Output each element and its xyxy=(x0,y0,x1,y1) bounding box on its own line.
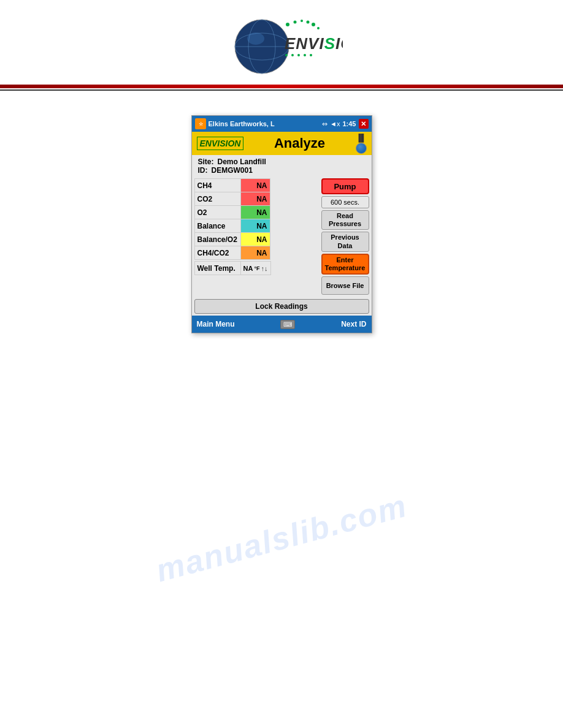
well-temp-unit: °F xyxy=(254,265,259,271)
reading-label: CH4/CO2 xyxy=(194,246,240,260)
svg-point-5 xyxy=(286,23,289,26)
table-row: CH4/CO2NA xyxy=(194,246,270,260)
site-value: Demo Landfill xyxy=(218,157,266,166)
site-info: Site: Demo Landfill ID: DEMGW001 xyxy=(192,155,372,177)
right-buttons: Pump 600 secs. Read Pressures Previous D… xyxy=(321,178,369,295)
reading-value: NA xyxy=(240,206,270,219)
table-row: CH4NA xyxy=(194,179,270,192)
app-logo: ENVISION xyxy=(197,137,244,150)
app-header-icons: ▐▌ xyxy=(356,134,367,154)
id-value: DEMGW001 xyxy=(212,166,253,175)
well-temp-na: NA xyxy=(243,265,253,272)
table-row: Balance/O2NA xyxy=(194,233,270,246)
svg-point-4 xyxy=(247,32,264,45)
reading-value: NA xyxy=(240,246,270,260)
svg-text:ENVISION: ENVISION xyxy=(285,34,343,53)
next-id-button[interactable]: Next ID xyxy=(341,320,366,328)
globe-icon xyxy=(356,143,367,154)
reading-value: NA xyxy=(240,192,270,206)
reading-value: NA xyxy=(240,233,270,246)
header: ENVISION xyxy=(0,0,563,85)
browse-file-button[interactable]: Browse File xyxy=(321,276,369,295)
app-title: Analyze xyxy=(243,135,355,151)
start-button[interactable]: ☆ xyxy=(195,118,206,129)
well-temp-arrows: ↑↓ xyxy=(261,265,268,272)
divider-red xyxy=(0,85,563,88)
data-section: CH4NACO2NAO2NABalanceNABalance/O2NACH4/C… xyxy=(194,178,319,295)
site-row: Site: Demo Landfill xyxy=(198,157,366,166)
svg-point-10 xyxy=(317,27,320,29)
previous-data-button[interactable]: Previous Data xyxy=(321,232,369,251)
title-bar-title: Elkins Earthworks, L xyxy=(209,120,275,127)
close-button[interactable]: ✕ xyxy=(359,119,369,129)
main-menu-button[interactable]: Main Menu xyxy=(197,320,235,328)
svg-text:☆: ☆ xyxy=(199,121,204,127)
well-temp-row: Well Temp. NA °F ↑↓ xyxy=(194,262,270,275)
device-wrapper: ☆ Elkins Earthworks, L ⇔ ◄x 1:45 ✕ ENVIS… xyxy=(0,115,563,333)
table-row: BalanceNA xyxy=(194,219,270,233)
reading-label: Balance xyxy=(194,219,240,233)
secs-button[interactable]: 600 secs. xyxy=(321,196,369,208)
speaker-icon: ◄x xyxy=(330,120,340,127)
title-bar-icons: ⇔ ◄x 1:45 ✕ xyxy=(322,119,368,129)
title-bar-left: ☆ Elkins Earthworks, L xyxy=(195,118,275,129)
svg-point-14 xyxy=(297,54,300,56)
reading-value: NA xyxy=(240,219,270,233)
reading-value: NA xyxy=(240,179,270,192)
watermark: manualslib.com xyxy=(152,487,411,590)
svg-point-6 xyxy=(294,21,297,24)
bottom-bar: Main Menu ⌨ Next ID xyxy=(192,316,372,333)
svg-point-7 xyxy=(301,20,303,22)
read-pressures-button[interactable]: Read Pressures xyxy=(321,210,369,230)
title-bar: ☆ Elkins Earthworks, L ⇔ ◄x 1:45 ✕ xyxy=(192,116,372,132)
svg-point-9 xyxy=(312,23,315,26)
svg-point-8 xyxy=(307,21,310,24)
table-row: O2NA xyxy=(194,206,270,219)
arrows-icon: ⇔ xyxy=(322,120,327,128)
device: ☆ Elkins Earthworks, L ⇔ ◄x 1:45 ✕ ENVIS… xyxy=(191,115,372,333)
battery-icon: ▐▌ xyxy=(356,134,366,142)
reading-label: CO2 xyxy=(194,192,240,206)
id-label: ID: xyxy=(198,166,208,175)
table-row: CO2NA xyxy=(194,192,270,206)
envision-logo: ENVISION xyxy=(220,11,343,78)
svg-point-16 xyxy=(310,54,312,56)
well-temp-value-container: NA °F ↑↓ xyxy=(243,265,268,272)
main-content: CH4NACO2NAO2NABalanceNABalance/O2NACH4/C… xyxy=(192,177,372,297)
lock-readings-button[interactable]: Lock Readings xyxy=(194,299,369,314)
pump-button[interactable]: Pump xyxy=(321,178,369,194)
reading-label: Balance/O2 xyxy=(194,233,240,246)
title-time: 1:45 xyxy=(342,120,356,127)
readings-table: CH4NACO2NAO2NABalanceNABalance/O2NACH4/C… xyxy=(194,178,270,260)
reading-label: O2 xyxy=(194,206,240,219)
svg-point-13 xyxy=(291,54,294,56)
well-temp-table: Well Temp. NA °F ↑↓ xyxy=(194,261,271,275)
well-temp-label: Well Temp. xyxy=(194,262,240,275)
enter-temperature-button[interactable]: Enter Temperature xyxy=(321,254,369,275)
id-row: ID: DEMGW001 xyxy=(198,166,366,175)
reading-label: CH4 xyxy=(194,179,240,192)
svg-point-15 xyxy=(304,54,306,56)
keyboard-button[interactable]: ⌨ xyxy=(280,320,295,329)
divider-dark xyxy=(0,89,563,91)
site-label: Site: xyxy=(198,157,214,166)
lock-row: Lock Readings xyxy=(192,297,372,316)
logo-container: ENVISION xyxy=(220,11,343,78)
svg-point-12 xyxy=(285,54,288,56)
app-header: ENVISION Analyze ▐▌ xyxy=(192,132,372,155)
well-temp-value-cell: NA °F ↑↓ xyxy=(240,262,270,275)
